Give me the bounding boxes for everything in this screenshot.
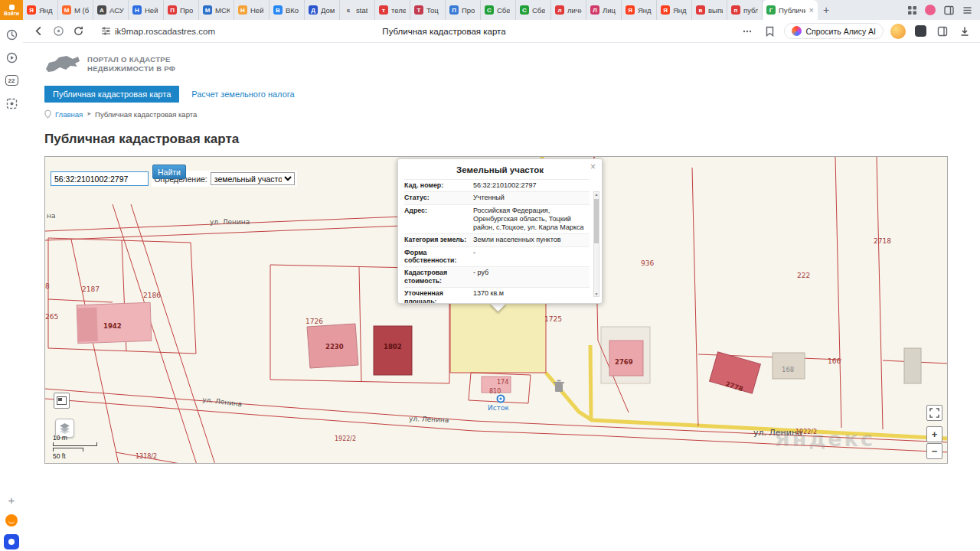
site-logo: ПОРТАЛ О КАДАСТРЕ НЕДВИЖИМОСТИ В РФ bbox=[44, 49, 980, 80]
refresh-icon[interactable] bbox=[70, 24, 86, 39]
browser-tab[interactable]: ЯЯнд bbox=[657, 0, 692, 20]
scroll-thumb[interactable] bbox=[594, 199, 599, 243]
browser-tab[interactable]: ппубл bbox=[727, 0, 763, 20]
tab-label: Сбе bbox=[497, 6, 510, 15]
map-label: 2230 bbox=[325, 343, 344, 350]
browser-tab[interactable]: ММСК bbox=[199, 0, 234, 20]
browser-tab-active[interactable]: ГПубличная кадастровая карта× bbox=[763, 0, 818, 20]
nav-tab-public-map[interactable]: Публичная кадастровая карта bbox=[44, 86, 179, 103]
tab-label: Про bbox=[462, 6, 475, 15]
browser-tab[interactable]: ССбе bbox=[516, 0, 551, 20]
login-label: Войти bbox=[4, 11, 19, 16]
profile-avatar[interactable] bbox=[890, 24, 906, 39]
yandex-id-icon[interactable] bbox=[5, 514, 18, 527]
bookmark-icon[interactable] bbox=[762, 24, 777, 39]
browser-tab[interactable]: ДДом bbox=[305, 0, 340, 20]
browser-toolbar: ik9map.roscadastres.com Публичная кадаст… bbox=[23, 20, 980, 43]
logo-line2: НЕДВИЖИМОСТИ В РФ bbox=[87, 64, 175, 73]
definition-select[interactable]: земельный участок bbox=[211, 172, 295, 185]
alice-app-icon[interactable] bbox=[4, 534, 19, 549]
browser-tab[interactable]: ЯЯнд bbox=[23, 0, 58, 20]
scroll-up-icon[interactable]: ▲ bbox=[594, 192, 599, 197]
add-panel-icon[interactable]: + bbox=[5, 493, 18, 507]
tab-favicon-icon: Г bbox=[766, 5, 776, 15]
map-label: 166 bbox=[828, 357, 841, 365]
browser-login-button[interactable]: Войти bbox=[0, 0, 23, 20]
download-icon[interactable] bbox=[957, 24, 972, 39]
cadastral-search-input[interactable] bbox=[51, 171, 149, 186]
history-icon[interactable] bbox=[5, 28, 18, 41]
screenshot-icon[interactable] bbox=[5, 96, 18, 110]
sidebar-bottom: + bbox=[4, 493, 19, 551]
promo-badge-icon[interactable] bbox=[925, 5, 936, 15]
tab-favicon-icon: А bbox=[97, 5, 106, 15]
player-icon[interactable] bbox=[5, 51, 18, 64]
istok-marker-icon[interactable] bbox=[498, 396, 505, 403]
back-icon[interactable] bbox=[31, 24, 46, 39]
browser-tab[interactable]: ППро bbox=[164, 0, 199, 20]
map-label: 1942 bbox=[103, 322, 122, 330]
search-button[interactable]: Найти bbox=[152, 165, 186, 179]
browser-tab[interactable]: ААСУ bbox=[93, 0, 129, 20]
workspace-icon[interactable] bbox=[913, 24, 928, 39]
panels-toggle-icon[interactable] bbox=[943, 5, 954, 15]
popup-title: Земельный участок bbox=[398, 159, 602, 179]
map-label: ул. Ленина bbox=[210, 218, 250, 226]
zoom-out-button[interactable]: − bbox=[926, 443, 942, 459]
tab-grid-icon[interactable] bbox=[906, 5, 917, 15]
browser-tab[interactable]: ННей bbox=[234, 0, 270, 20]
browser-tab[interactable]: ССбе bbox=[481, 0, 516, 20]
new-tab-button[interactable]: + bbox=[818, 0, 835, 20]
tab-favicon-icon: В bbox=[273, 5, 283, 15]
cadastral-map[interactable]: ул. Ленинанаул. Ленинаул. Ленинаул. Лени… bbox=[44, 156, 948, 464]
tab-label: Янд bbox=[39, 6, 53, 15]
popup-close-icon[interactable]: × bbox=[590, 162, 596, 171]
address-bar[interactable]: ik9map.roscadastres.com bbox=[101, 26, 215, 36]
tab-favicon-icon: Т bbox=[414, 5, 423, 15]
tab-close-icon[interactable]: × bbox=[809, 6, 814, 15]
browser-tab[interactable]: ММ (бе bbox=[58, 0, 93, 20]
more-options-icon[interactable] bbox=[740, 24, 755, 39]
fullscreen-button[interactable] bbox=[926, 405, 942, 421]
site-badge-icon[interactable] bbox=[51, 24, 66, 39]
map-label: Яндекс bbox=[774, 427, 875, 451]
browser-tab[interactable]: ттеле bbox=[375, 0, 410, 20]
popup-row-value: - руб bbox=[470, 269, 590, 285]
browser-menu-icon[interactable] bbox=[962, 5, 972, 15]
browser-tab[interactable]: ВВКо bbox=[270, 0, 305, 20]
popup-row: Категория земель:Земли населенных пункто… bbox=[404, 233, 590, 246]
tab-favicon-icon: П bbox=[449, 5, 459, 15]
scale-metric-label: 10 m bbox=[53, 434, 97, 442]
popup-row: Форма собственности:- bbox=[404, 246, 590, 267]
browser-tab[interactable]: sstat bbox=[340, 0, 375, 20]
map-label: 2718 bbox=[874, 237, 891, 245]
tab-counter[interactable]: 22 bbox=[5, 73, 18, 87]
tab-label: Тоц bbox=[426, 6, 439, 15]
map-label: 8 bbox=[45, 282, 50, 290]
breadcrumb: Главная ➤ Публичная кадастровая карта bbox=[44, 109, 980, 119]
zoom-in-button[interactable]: + bbox=[926, 426, 942, 442]
browser-tab[interactable]: ЯЯнд bbox=[622, 0, 657, 20]
collections-icon[interactable] bbox=[935, 24, 950, 39]
browser-tab-strip: Войти ЯЯндММ (беААСУННейППроММСКННейВВКо… bbox=[0, 0, 980, 20]
legend-button[interactable] bbox=[54, 393, 70, 409]
tab-label: Ней bbox=[250, 6, 263, 15]
tab-label: Янд bbox=[638, 6, 652, 15]
ask-alice-button[interactable]: Спросить Алису AI bbox=[784, 23, 884, 39]
browser-tab[interactable]: ППро bbox=[446, 0, 481, 20]
browser-tab[interactable]: ТТоц bbox=[410, 0, 446, 20]
popup-row-value: Учтенный bbox=[470, 194, 590, 202]
breadcrumb-home[interactable]: Главная bbox=[55, 110, 83, 119]
tab-favicon-icon: т bbox=[379, 5, 388, 15]
tab-favicon-icon: Я bbox=[661, 5, 670, 15]
browser-tab[interactable]: ввыпи bbox=[692, 0, 727, 20]
popup-row: Кад. номер:56:32:2101002:2797 bbox=[404, 179, 590, 191]
map-label: 1726 bbox=[305, 318, 323, 325]
breadcrumb-separator-icon: ➤ bbox=[87, 111, 91, 117]
browser-tab[interactable]: ННей bbox=[129, 0, 164, 20]
popup-scrollbar[interactable]: ▲ ▼ bbox=[593, 191, 599, 297]
scroll-down-icon[interactable]: ▼ bbox=[594, 292, 599, 296]
nav-tab-land-tax[interactable]: Расчет земельного налога bbox=[191, 90, 294, 99]
browser-tab[interactable]: лличн bbox=[551, 0, 586, 20]
browser-tab[interactable]: ЛЛиц bbox=[586, 0, 622, 20]
